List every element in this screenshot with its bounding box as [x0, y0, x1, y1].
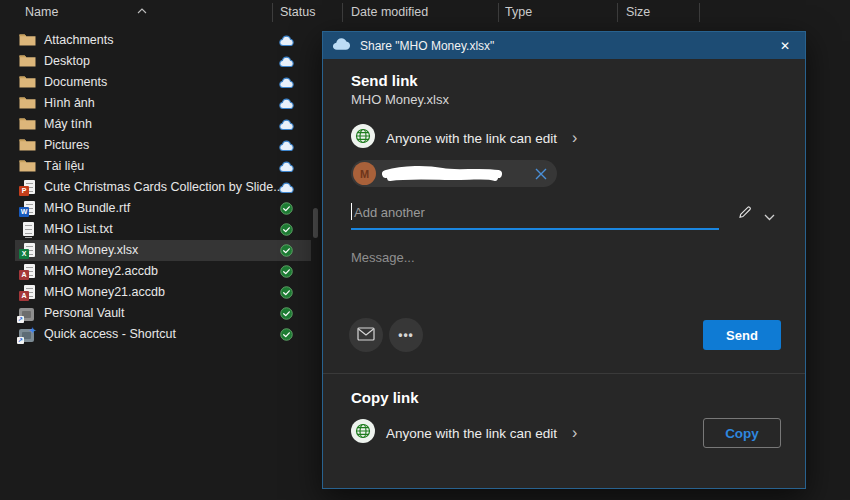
- file-name-label: Máy tính: [44, 117, 92, 131]
- remove-recipient-button[interactable]: [535, 168, 547, 180]
- folder-icon: [19, 159, 37, 175]
- synced-status-icon: [278, 285, 294, 300]
- access-icon: A: [19, 285, 37, 301]
- column-separator[interactable]: [342, 3, 343, 22]
- desktop-screen: NameStatusDate modifiedTypeSize Attachme…: [0, 0, 850, 500]
- file-name-label: Quick access - Shortcut: [44, 327, 176, 341]
- permission-label: Anyone with the link can edit: [386, 131, 557, 146]
- synced-status-icon: [278, 327, 294, 342]
- scrollbar-thumb[interactable]: [313, 208, 318, 238]
- file-name-label: MHO Money.xlsx: [44, 243, 138, 257]
- cloud-status-icon: [278, 96, 294, 111]
- input-focus-underline: [351, 228, 719, 230]
- envelope-icon: [357, 327, 375, 344]
- column-header-status[interactable]: Status: [280, 5, 315, 19]
- onedrive-cloud-icon: [332, 37, 351, 55]
- cloud-status-icon: [278, 138, 294, 153]
- synced-status-icon: [278, 306, 294, 321]
- send-via-email-button[interactable]: [349, 318, 383, 352]
- file-name-label: Hình ảnh: [44, 96, 95, 110]
- text-caret: [351, 203, 352, 220]
- chevron-right-icon: ›: [572, 130, 577, 146]
- add-recipient-input[interactable]: Add another: [351, 198, 779, 232]
- dialog-titlebar: Share "MHO Money.xlsx" ✕: [323, 32, 805, 59]
- redacted-recipient-name: [382, 164, 512, 184]
- file-name-label: MHO Money2.accdb: [44, 264, 158, 278]
- copy-link-heading: Copy link: [351, 389, 419, 406]
- folder-icon: [19, 54, 37, 70]
- column-header-size[interactable]: Size: [626, 5, 650, 19]
- ellipsis-icon: •••: [398, 328, 414, 342]
- file-name-label: Documents: [44, 75, 107, 89]
- more-options-button[interactable]: •••: [389, 318, 423, 352]
- folder-icon: [19, 33, 37, 49]
- text-icon: [19, 222, 37, 238]
- file-name-label: MHO Bundle.rtf: [44, 201, 130, 215]
- synced-status-icon: [278, 243, 294, 258]
- excel-icon: X: [19, 243, 37, 259]
- copy-link-permission-button[interactable]: Anyone with the link can edit ›: [351, 419, 577, 447]
- column-separator[interactable]: [272, 3, 273, 22]
- message-placeholder: Message...: [351, 250, 415, 265]
- file-name-label: Cute Christmas Cards Collection by Slide…: [44, 180, 284, 194]
- column-separator[interactable]: [498, 3, 499, 22]
- column-header-name[interactable]: Name: [25, 5, 58, 19]
- folder-icon: [19, 117, 37, 133]
- cloud-status-icon: [278, 75, 294, 90]
- cloud-status-icon: [278, 159, 294, 174]
- folder-icon: [19, 96, 37, 112]
- synced-status-icon: [278, 264, 294, 279]
- chevron-right-icon: ›: [572, 425, 577, 441]
- add-recipient-placeholder: Add another: [354, 205, 425, 220]
- cloud-status-icon: [278, 54, 294, 69]
- synced-status-icon: [278, 201, 294, 216]
- column-header-type[interactable]: Type: [505, 5, 532, 19]
- file-name-label: Pictures: [44, 138, 89, 152]
- file-name-label: Personal Vault: [44, 306, 124, 320]
- powerpoint-icon: P: [19, 180, 37, 196]
- folder-icon: [19, 75, 37, 91]
- word-icon: W: [19, 201, 37, 217]
- chevron-down-icon[interactable]: [764, 209, 775, 224]
- synced-status-icon: [278, 222, 294, 237]
- send-button[interactable]: Send: [703, 320, 781, 350]
- cloud-status-icon: [278, 180, 294, 195]
- file-name-label: MHO Money21.accdb: [44, 285, 165, 299]
- shared-filename: MHO Money.xlsx: [351, 92, 449, 107]
- globe-icon: [351, 419, 375, 447]
- dialog-title: Share "MHO Money.xlsx": [360, 39, 774, 53]
- recipient-avatar: M: [353, 162, 376, 185]
- globe-icon: [351, 124, 375, 152]
- close-button[interactable]: ✕: [774, 37, 796, 55]
- column-header-row: NameStatusDate modifiedTypeSize: [0, 0, 850, 26]
- file-name-label: Tài liệu: [44, 159, 84, 173]
- send-link-heading: Send link: [351, 72, 418, 89]
- column-separator[interactable]: [617, 3, 618, 22]
- folder-icon: [19, 138, 37, 154]
- file-name-label: Attachments: [44, 33, 113, 47]
- access-icon: A: [19, 264, 37, 280]
- column-header-date-modified[interactable]: Date modified: [351, 5, 428, 19]
- share-dialog: Share "MHO Money.xlsx" ✕ Send link MHO M…: [322, 31, 806, 489]
- permission-label: Anyone with the link can edit: [386, 426, 557, 441]
- edit-permission-button[interactable]: [737, 204, 753, 223]
- copy-button[interactable]: Copy: [703, 418, 781, 448]
- recipient-chip[interactable]: M: [351, 160, 557, 187]
- sort-ascending-icon: [137, 0, 147, 18]
- cloud-status-icon: [278, 33, 294, 48]
- vault-icon: ↗: [19, 306, 37, 322]
- column-separator[interactable]: [699, 3, 700, 22]
- link-permission-button[interactable]: Anyone with the link can edit ›: [351, 124, 577, 152]
- shortcut-icon: ✦↗: [19, 327, 37, 343]
- file-name-label: Desktop: [44, 54, 90, 68]
- file-name-label: MHO List.txt: [44, 222, 113, 236]
- section-divider: [323, 373, 805, 374]
- cloud-status-icon: [278, 117, 294, 132]
- message-input[interactable]: Message...: [351, 250, 779, 306]
